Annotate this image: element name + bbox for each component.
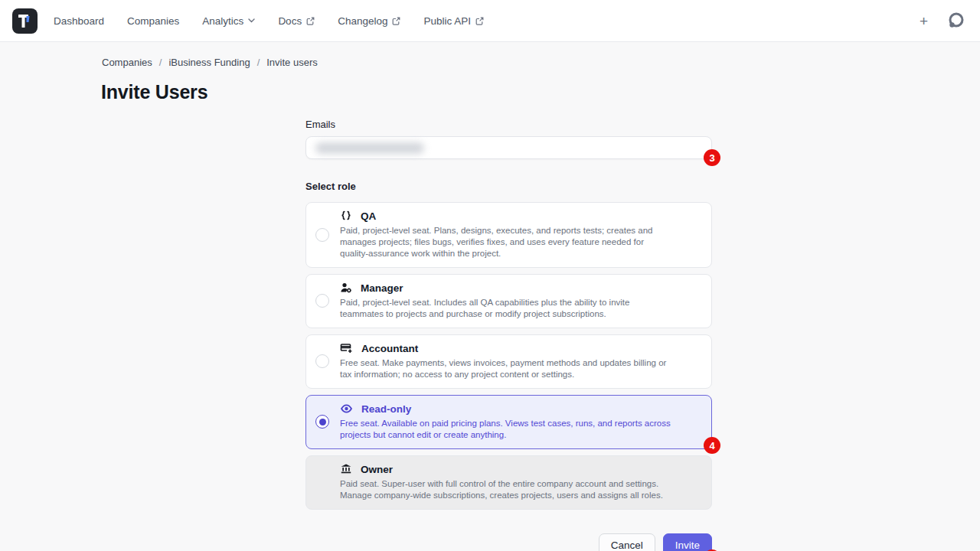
annotation-badge-3: 3: [704, 149, 720, 166]
nav-item-public-api[interactable]: Public API: [412, 15, 495, 27]
card-plus-icon: [340, 342, 353, 354]
invite-button-label: Invite: [675, 540, 700, 551]
nav-item-analytics[interactable]: Analytics: [191, 15, 266, 27]
emails-input[interactable]: 3: [305, 136, 712, 159]
breadcrumb-item-companies[interactable]: Companies: [102, 57, 152, 68]
role-title-accountant: Accountant: [361, 343, 418, 354]
nav-label: Companies: [127, 15, 179, 27]
breadcrumb-item-invite-users: Invite users: [266, 57, 317, 68]
nav-label: Public API: [423, 15, 471, 27]
role-card-owner: Owner Paid seat. Super-user with full co…: [305, 455, 712, 510]
app-logo[interactable]: [12, 8, 38, 34]
breadcrumb: Companies / iBusiness Funding / Invite u…: [102, 57, 318, 68]
nav-item-changelog[interactable]: Changelog: [326, 15, 412, 27]
role-card-qa[interactable]: QA Paid, project-level seat. Plans, desi…: [305, 202, 712, 268]
role-title-read-only: Read-only: [361, 403, 411, 415]
radio-qa[interactable]: [315, 228, 329, 242]
top-navigation-bar: Dashboard Companies Analytics Docs Chang…: [0, 0, 980, 42]
page-title: Invite Users: [101, 81, 207, 103]
external-link-icon: [306, 17, 315, 25]
invite-button[interactable]: Invite 5: [663, 533, 712, 551]
nav-label: Dashboard: [54, 15, 104, 27]
role-title-owner: Owner: [361, 464, 393, 475]
role-desc-owner: Paid seat. Super-user with full control …: [340, 478, 671, 501]
invite-users-page: Dashboard Companies Analytics Docs Chang…: [0, 0, 980, 551]
eye-icon: [340, 403, 353, 415]
nav-item-docs[interactable]: Docs: [266, 15, 326, 27]
radio-accountant[interactable]: [315, 354, 329, 368]
cancel-button[interactable]: Cancel: [599, 533, 655, 551]
nav-item-dashboard[interactable]: Dashboard: [42, 15, 116, 27]
role-desc-read-only: Free seat. Available on paid pricing pla…: [340, 418, 671, 441]
main-nav: Dashboard Companies Analytics Docs Chang…: [42, 15, 495, 27]
annotation-badge-4: 4: [704, 437, 720, 454]
profile-icon[interactable]: [946, 11, 965, 31]
plus-icon[interactable]: +: [920, 14, 928, 28]
emails-label: Emails: [305, 119, 712, 130]
radio-read-only[interactable]: [315, 415, 329, 429]
external-link-icon: [392, 17, 400, 25]
role-card-read-only[interactable]: Read-only Free seat. Available on paid p…: [305, 395, 712, 449]
nav-item-companies[interactable]: Companies: [116, 15, 191, 27]
breadcrumb-separator: /: [159, 57, 162, 68]
nav-label: Changelog: [338, 15, 387, 27]
role-desc-qa: Paid, project-level seat. Plans, designs…: [340, 225, 671, 259]
external-link-icon: [475, 17, 484, 25]
breadcrumb-item-company[interactable]: iBusiness Funding: [168, 57, 250, 68]
nav-label: Docs: [278, 15, 302, 27]
radio-manager[interactable]: [315, 294, 329, 308]
role-title-qa: QA: [361, 210, 376, 222]
role-card-accountant[interactable]: Accountant Free seat. Make payments, vie…: [305, 334, 712, 389]
role-desc-manager: Paid, project-level seat. Includes all Q…: [340, 297, 671, 320]
role-card-manager[interactable]: Manager Paid, project-level seat. Includ…: [305, 274, 712, 328]
braces-icon: [340, 210, 352, 222]
nav-label: Analytics: [202, 15, 243, 27]
role-desc-accountant: Free seat. Make payments, views invoices…: [340, 357, 671, 380]
redacted-email-value: [315, 142, 424, 154]
logo-t-icon: [12, 8, 38, 34]
invite-form: Emails 3 Select role QA Paid, pro: [305, 119, 712, 551]
bank-icon: [340, 463, 352, 475]
nav-right-actions: +: [920, 11, 968, 31]
select-role-label: Select role: [305, 181, 712, 192]
form-actions: Cancel Invite 5: [305, 533, 712, 551]
role-title-manager: Manager: [361, 282, 403, 294]
breadcrumb-separator: /: [257, 57, 260, 68]
chevron-down-icon: [248, 18, 255, 23]
person-gear-icon: [340, 282, 352, 294]
